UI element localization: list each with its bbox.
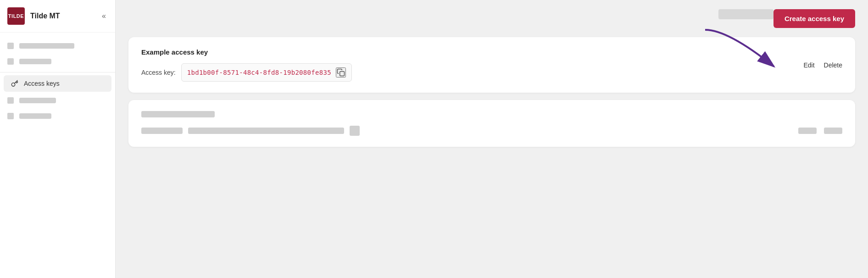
- sidebar-item-3-icon: [7, 97, 14, 104]
- sidebar-item-1[interactable]: [0, 38, 115, 54]
- app-title: Tilde MT: [30, 12, 95, 20]
- second-card: [128, 100, 855, 147]
- sidebar-item-4[interactable]: [0, 108, 115, 124]
- second-card-action1-placeholder: [798, 128, 817, 134]
- second-card-row: [141, 126, 842, 136]
- app-logo: TILDE: [7, 7, 25, 25]
- sidebar-item-4-label: [19, 113, 51, 119]
- delete-button[interactable]: Delete: [824, 61, 842, 69]
- svg-rect-2: [340, 72, 345, 76]
- sidebar-item-3-label: [19, 98, 56, 103]
- sidebar-item-3[interactable]: [0, 93, 115, 108]
- edit-button[interactable]: Edit: [803, 61, 814, 69]
- card-actions: Edit Delete: [803, 61, 842, 69]
- access-key-label: Access key:: [141, 69, 176, 76]
- main-content: Create access key Example access key Acc…: [116, 0, 868, 278]
- sidebar-nav: Access keys: [0, 33, 115, 278]
- key-icon: [11, 80, 18, 87]
- sidebar-item-2-icon: [7, 58, 14, 65]
- second-card-icon-placeholder: [350, 126, 360, 136]
- access-key-value: 1bd1b00f-8571-48c4-8fd8-19b2080fe835: [187, 69, 331, 76]
- sidebar-item-1-icon: [7, 43, 14, 49]
- top-placeholder: [718, 9, 773, 19]
- second-card-action2-placeholder: [824, 128, 842, 134]
- sidebar-header: TILDE Tilde MT «: [0, 0, 115, 33]
- access-key-value-box: 1bd1b00f-8571-48c4-8fd8-19b2080fe835: [181, 63, 352, 82]
- second-card-value-placeholder: [188, 128, 344, 134]
- sidebar-item-4-icon: [7, 113, 14, 119]
- sidebar-item-2[interactable]: [0, 54, 115, 69]
- second-card-title-placeholder: [141, 111, 215, 117]
- copy-button[interactable]: [336, 67, 346, 78]
- sidebar: TILDE Tilde MT « Access keys: [0, 0, 116, 278]
- second-card-label-placeholder: [141, 128, 183, 134]
- sidebar-item-2-label: [19, 59, 51, 64]
- sidebar-item-access-keys[interactable]: Access keys: [4, 75, 111, 92]
- sidebar-item-1-label: [19, 43, 74, 49]
- sidebar-collapse-button[interactable]: «: [100, 10, 108, 22]
- sidebar-divider-1: [0, 72, 115, 72]
- sidebar-item-access-keys-label: Access keys: [24, 80, 60, 87]
- second-card-actions-placeholder: [798, 128, 842, 134]
- arrow-indicator: [691, 25, 792, 80]
